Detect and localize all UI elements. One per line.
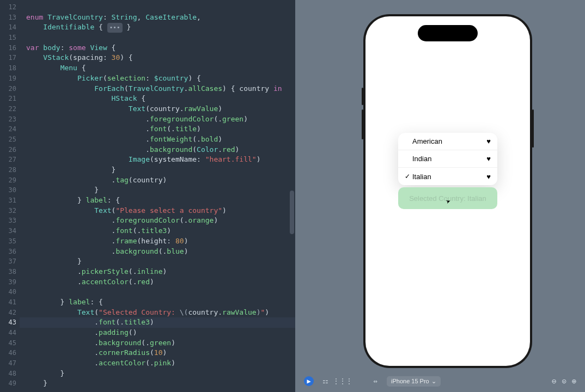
code-line[interactable]: .font(.title) [20, 124, 295, 134]
code-line[interactable] [20, 2, 295, 13]
line-number: 24 [0, 124, 16, 134]
code-line[interactable]: .font(.title3) [20, 317, 295, 328]
live-preview-button[interactable]: ▶ [304, 376, 314, 386]
line-number: 41 [0, 297, 16, 308]
line-number: 28 [0, 165, 16, 175]
code-line[interactable]: .background(Color.red) [20, 145, 295, 155]
line-number: 23 [0, 114, 16, 125]
menu-item-label: Italian [412, 173, 486, 181]
code-line[interactable]: .background(.green) [20, 338, 295, 348]
code-area[interactable]: enum TravelCountry: String, CaseIterable… [20, 0, 295, 389]
code-line[interactable]: } [20, 378, 295, 389]
code-line[interactable]: } [20, 185, 295, 195]
line-number: 42 [0, 308, 16, 318]
line-number: 22 [0, 104, 16, 114]
code-line[interactable]: Text(country.rawValue) [20, 104, 295, 114]
code-line[interactable]: .accentColor(.red) [20, 277, 295, 287]
line-number: 30 [0, 185, 16, 195]
code-line[interactable]: Identifiable { ••• } [20, 22, 295, 33]
code-line[interactable]: .cornerRadius(10) [20, 348, 295, 358]
volume-up-button [362, 88, 363, 105]
dynamic-island [418, 25, 478, 41]
line-number: 33 [0, 216, 16, 226]
code-line[interactable]: .frame(height: 80) [20, 236, 295, 247]
device-settings-button[interactable]: ⇔ [369, 375, 381, 387]
heart-icon: ♥ [486, 155, 491, 163]
line-number: 29 [0, 175, 16, 186]
code-line[interactable]: } [20, 165, 295, 175]
code-line[interactable]: Text("Please select a country") [20, 206, 295, 216]
code-line[interactable]: .fontWeight(.bold) [20, 134, 295, 145]
line-number: 38 [0, 267, 16, 277]
code-line[interactable]: } label: { [20, 297, 295, 308]
line-number: 14 [0, 22, 16, 33]
line-number: 37 [0, 256, 16, 267]
menu-item[interactable]: ✓Italian♥ [398, 168, 497, 185]
line-number: 15 [0, 33, 16, 43]
power-button [532, 109, 534, 148]
line-number: 21 [0, 94, 16, 104]
zoom-out-button[interactable]: ⊖ [552, 377, 556, 385]
line-number: 39 [0, 277, 16, 287]
code-line[interactable]: var body: some View { [20, 43, 295, 53]
device-picker-label: iPhone 15 Pro [391, 378, 429, 384]
chevron-down-icon: ⌄ [431, 378, 436, 385]
code-line[interactable]: Picker(selection: $country) { [20, 74, 295, 84]
code-line[interactable]: VStack(spacing: 30) { [20, 53, 295, 63]
simulator-screen[interactable]: American♥Indian♥✓Italian♥ Selected Count… [365, 16, 530, 366]
line-number: 35 [0, 236, 16, 247]
code-line[interactable]: .tag(country) [20, 175, 295, 186]
code-line[interactable]: HStack { [20, 94, 295, 104]
code-line[interactable]: .accentColor(.pink) [20, 358, 295, 369]
code-line[interactable]: Menu { [20, 63, 295, 74]
code-line[interactable]: } [20, 369, 295, 379]
code-line[interactable]: enum TravelCountry: String, CaseIterable… [20, 13, 295, 23]
zoom-controls: ⊖ ⊙ ⊕ [552, 377, 576, 385]
code-line[interactable]: } [20, 256, 295, 267]
line-number: 45 [0, 338, 16, 348]
line-number: 44 [0, 328, 16, 338]
menu-item[interactable]: American♥ [398, 133, 497, 150]
line-number: 17 [0, 53, 16, 63]
preview-pane: American♥Indian♥✓Italian♥ Selected Count… [295, 0, 585, 392]
code-line[interactable]: .foregroundColor(.green) [20, 114, 295, 125]
line-number-gutter: 1213141516171819202122232425262728293031… [0, 0, 20, 392]
menu-item-label: Indian [412, 155, 486, 163]
simulator-device-frame: American♥Indian♥✓Italian♥ Selected Count… [363, 14, 532, 368]
picker-menu[interactable]: American♥Indian♥✓Italian♥ [398, 133, 497, 185]
menu-item-label: American [412, 137, 486, 145]
line-number: 36 [0, 247, 16, 257]
code-line[interactable]: .pickerStyle(.inline) [20, 267, 295, 277]
selectable-preview-button[interactable]: ⚏ [319, 375, 331, 387]
code-line[interactable]: .foregroundColor(.orange) [20, 216, 295, 226]
code-line[interactable]: .font(.title3) [20, 226, 295, 236]
line-number: 46 [0, 348, 16, 358]
zoom-in-button[interactable]: ⊕ [572, 377, 576, 385]
line-number: 12 [0, 2, 16, 13]
code-editor-pane[interactable]: 1213141516171819202122232425262728293031… [0, 0, 295, 392]
code-line[interactable]: Text("Selected Country: \(country.rawVal… [20, 308, 295, 318]
vertical-scrollbar[interactable] [290, 191, 294, 234]
code-line[interactable]: .padding() [20, 328, 295, 338]
menu-item[interactable]: Indian♥ [398, 150, 497, 168]
line-number: 48 [0, 369, 16, 379]
code-line[interactable] [20, 33, 295, 43]
line-number: 20 [0, 84, 16, 94]
line-number: 19 [0, 74, 16, 84]
line-number: 27 [0, 155, 16, 165]
device-picker[interactable]: iPhone 15 Pro ⌄ [387, 376, 441, 387]
code-line[interactable]: .background(.blue) [20, 247, 295, 257]
zoom-reset-button[interactable]: ⊙ [562, 377, 566, 385]
line-number: 31 [0, 195, 16, 206]
code-line[interactable]: ForEach(TravelCountry.allCases) { countr… [20, 84, 295, 94]
line-number: 26 [0, 145, 16, 155]
line-number: 18 [0, 63, 16, 74]
heart-icon: ♥ [486, 137, 491, 145]
code-line[interactable]: Image(systemName: "heart.fill") [20, 155, 295, 165]
code-line[interactable]: } label: { [20, 195, 295, 206]
code-line[interactable] [20, 287, 295, 297]
variants-preview-button[interactable]: ⋮⋮⋮ [337, 375, 349, 387]
line-number: 47 [0, 358, 16, 369]
line-number: 25 [0, 134, 16, 145]
line-number: 32 [0, 206, 16, 216]
